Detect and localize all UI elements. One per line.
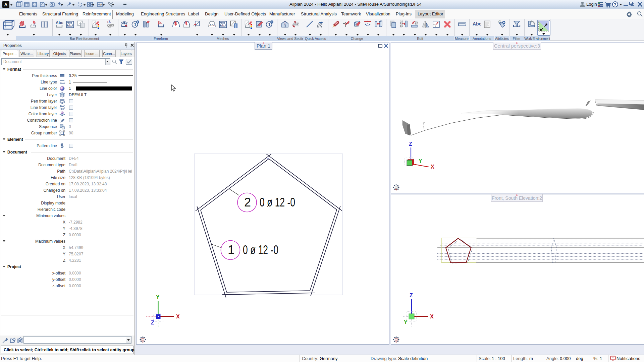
svg-text:X: X — [431, 164, 434, 170]
svg-text:?: ? — [614, 2, 616, 7]
svg-text:X: X — [430, 314, 434, 319]
svg-text:Abc: Abc — [473, 21, 481, 26]
svg-text:1: 1 — [228, 243, 234, 257]
svg-text:-1-: -1- — [221, 24, 224, 27]
svg-text:+/-: +/- — [107, 20, 111, 24]
svg-text:X: X — [176, 314, 180, 319]
svg-text:Y: Y — [419, 158, 422, 164]
svg-text:Y: Y — [404, 319, 408, 325]
svg-text:Abc: Abc — [56, 20, 63, 25]
svg-text:Y: Y — [156, 294, 160, 300]
svg-text:Abc: Abc — [209, 23, 215, 27]
svg-text:Login: Login — [586, 2, 597, 7]
svg-text:-1-: -1- — [68, 24, 72, 27]
svg-text:2: 2 — [100, 3, 102, 7]
svg-text:0 ø 12 -0: 0 ø 12 -0 — [243, 243, 278, 257]
svg-text:1: 1 — [134, 22, 137, 27]
svg-text:1: 1 — [268, 22, 271, 27]
svg-text:0 ø 12 -0: 0 ø 12 -0 — [260, 195, 295, 209]
svg-text:Z: Z — [151, 320, 154, 325]
svg-text:Z: Z — [410, 293, 413, 298]
svg-text:Z: Z — [409, 141, 412, 147]
svg-text:2: 2 — [244, 195, 251, 209]
